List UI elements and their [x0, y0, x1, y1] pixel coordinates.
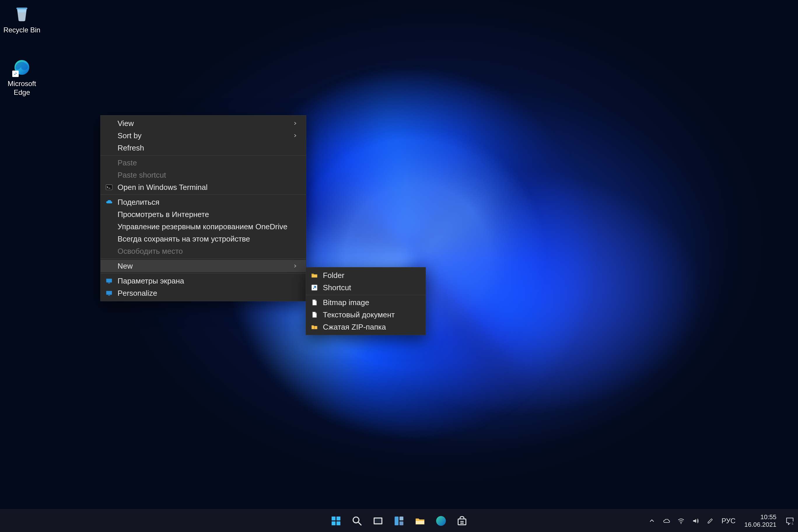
svg-rect-0 — [16, 7, 27, 10]
new-submenu-item-new-bitmap[interactable]: Bitmap image — [306, 296, 425, 309]
widgets-icon — [393, 515, 405, 527]
menu-separator — [101, 155, 306, 155]
taskbar-center — [327, 512, 471, 529]
pen-tray-icon[interactable] — [706, 517, 715, 525]
file-icon — [306, 311, 323, 319]
context-menu-item-view[interactable]: View — [101, 117, 306, 130]
menu-item-label: Paste shortcut — [117, 171, 300, 180]
svg-point-29 — [681, 523, 681, 524]
menu-item-label: Просмотреть в Интернете — [117, 210, 300, 219]
svg-rect-11 — [331, 516, 336, 520]
menu-separator — [101, 273, 306, 273]
desktop-icon-microsoft-edge[interactable]: Microsoft Edge — [0, 58, 44, 97]
menu-item-label: Bitmap image — [323, 298, 420, 307]
context-menu-item-free-up-space: Освободить место — [101, 245, 306, 257]
menu-item-label: Paste — [117, 158, 300, 167]
svg-rect-7 — [108, 295, 110, 296]
task-view-button[interactable] — [369, 512, 386, 529]
svg-rect-13 — [331, 521, 336, 525]
context-menu-item-manage-backup[interactable]: Управление резервным копированием OneDri… — [101, 221, 306, 233]
svg-rect-25 — [460, 521, 462, 522]
svg-rect-27 — [460, 522, 462, 524]
menu-separator — [101, 259, 306, 259]
context-menu-item-open-terminal[interactable]: Open in Windows Terminal — [101, 181, 306, 193]
store-icon — [456, 515, 468, 527]
onedrive-tray-icon[interactable] — [662, 517, 671, 525]
context-menu-item-view-online[interactable]: Просмотреть в Интернете — [101, 208, 306, 221]
svg-rect-19 — [395, 516, 398, 525]
taskbar: РУС 10:55 16.06.2021 5 — [0, 509, 798, 532]
svg-rect-10 — [314, 326, 315, 329]
clock[interactable]: 10:55 16.06.2021 — [743, 513, 778, 528]
start-button[interactable] — [327, 512, 344, 529]
wifi-icon — [677, 517, 685, 525]
svg-rect-24 — [458, 519, 466, 525]
new-submenu-item-new-zip[interactable]: Сжатая ZIP-папка — [306, 321, 425, 333]
edge-icon — [435, 515, 447, 527]
svg-rect-12 — [337, 516, 340, 520]
display-icon — [101, 277, 117, 285]
volume-icon — [692, 517, 699, 525]
explorer-icon — [414, 515, 426, 527]
microsoft-edge[interactable] — [433, 512, 450, 529]
new-submenu-item-new-text[interactable]: Текстовый документ — [306, 309, 425, 321]
pen-icon — [706, 517, 714, 525]
zip-folder-icon — [306, 323, 323, 331]
menu-item-label: Folder — [323, 271, 420, 280]
folder-icon — [306, 271, 323, 279]
menu-separator — [306, 295, 425, 295]
context-menu-item-refresh[interactable]: Refresh — [101, 142, 306, 154]
taskbar-right: РУС 10:55 16.06.2021 5 — [647, 510, 796, 532]
context-menu-item-share[interactable]: Поделиться — [101, 196, 306, 208]
network-tray-icon[interactable] — [677, 517, 685, 525]
context-menu-item-personalize[interactable]: Personalize — [101, 287, 306, 299]
microsoft-store[interactable] — [454, 512, 471, 529]
svg-point-15 — [353, 517, 359, 522]
context-menu-item-sort[interactable]: Sort by — [101, 130, 306, 142]
menu-item-label: Personalize — [117, 289, 300, 298]
volume-tray-icon[interactable] — [691, 517, 700, 525]
svg-rect-26 — [462, 521, 463, 522]
taskview-icon — [372, 515, 384, 527]
menu-item-label: Всегда сохранять на этом устройстве — [117, 234, 300, 244]
context-menu-item-new[interactable]: New — [101, 260, 306, 272]
language-indicator[interactable]: РУС — [720, 517, 737, 525]
search-icon — [351, 515, 363, 527]
menu-item-label: Поделиться — [117, 198, 300, 207]
widgets-button[interactable] — [391, 512, 407, 529]
tray-overflow-button[interactable] — [647, 518, 656, 524]
clock-date: 16.06.2021 — [744, 521, 776, 528]
svg-rect-22 — [416, 521, 424, 525]
svg-rect-18 — [375, 518, 381, 523]
svg-line-16 — [359, 522, 361, 525]
menu-item-label: Open in Windows Terminal — [117, 183, 300, 192]
desktop-icon-label: Recycle Bin — [0, 26, 44, 34]
cloud-icon — [663, 517, 670, 525]
desktop-context-menu: ViewSort byRefreshPastePaste shortcutOpe… — [100, 115, 306, 301]
svg-rect-21 — [400, 521, 403, 525]
new-submenu-item-new-folder[interactable]: Folder — [306, 269, 425, 282]
context-menu-item-display-settings[interactable]: Параметры экрана — [101, 275, 306, 287]
context-menu-item-paste: Paste — [101, 157, 306, 169]
notifications-button[interactable]: 5 — [784, 516, 796, 525]
menu-item-label: Параметры экрана — [117, 277, 300, 286]
submenu-arrow-icon — [293, 264, 300, 268]
desktop-icon-recycle-bin[interactable]: Recycle Bin — [0, 4, 44, 34]
menu-item-label: Shortcut — [323, 283, 420, 292]
svg-rect-4 — [106, 279, 112, 282]
desktop-icon-label: Microsoft Edge — [0, 79, 44, 97]
shortcut-icon — [306, 284, 323, 291]
language-label: РУС — [722, 517, 736, 525]
file-icon — [306, 299, 323, 306]
menu-item-label: Sort by — [117, 131, 293, 140]
context-menu-item-paste-shortcut: Paste shortcut — [101, 169, 306, 181]
search-button[interactable] — [348, 512, 365, 529]
context-menu-item-always-keep[interactable]: Всегда сохранять на этом устройстве — [101, 233, 306, 245]
new-submenu: FolderShortcutBitmap imageТекстовый доку… — [306, 267, 426, 335]
submenu-arrow-icon — [293, 134, 300, 138]
terminal-icon — [101, 184, 117, 191]
svg-rect-20 — [400, 516, 403, 520]
file-explorer[interactable] — [412, 512, 429, 529]
shortcut-overlay-icon — [12, 71, 19, 77]
new-submenu-item-new-shortcut[interactable]: Shortcut — [306, 282, 425, 294]
